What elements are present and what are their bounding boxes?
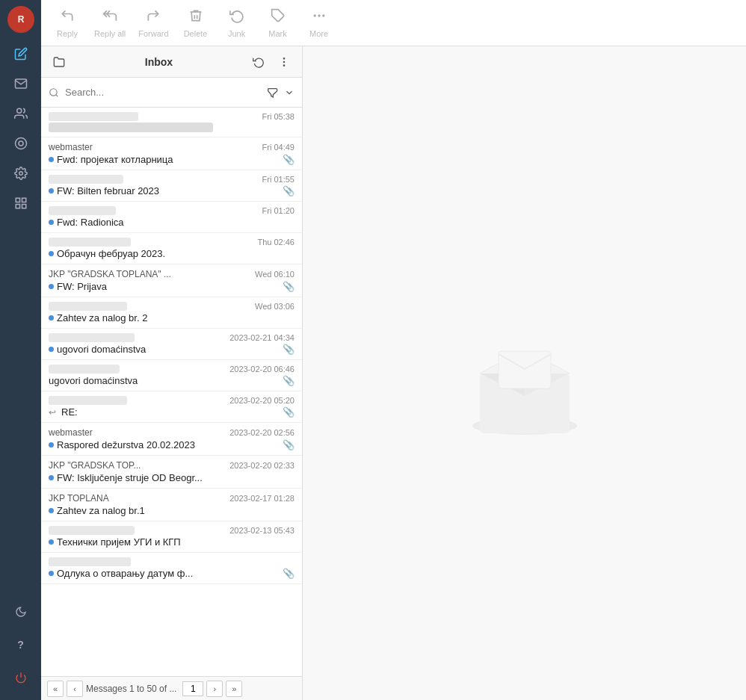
last-page-button[interactable]: » <box>226 681 242 697</box>
search-bar <box>41 78 302 108</box>
mark-button[interactable]: Mark <box>259 4 297 42</box>
attachment-icon: 📎 <box>283 281 295 292</box>
attachment-icon: 📎 <box>283 344 295 355</box>
email-sender <box>49 557 131 566</box>
body-area: Inbox <box>41 46 746 700</box>
svg-rect-8 <box>16 205 19 208</box>
unread-dot <box>49 251 54 256</box>
search-input[interactable] <box>65 87 260 98</box>
dark-mode-icon[interactable] <box>7 598 34 625</box>
apps-icon[interactable] <box>7 190 34 217</box>
unread-dot <box>49 315 54 320</box>
power-icon[interactable] <box>7 664 34 691</box>
email-date: 2023-02-21 04:34 <box>229 333 295 342</box>
first-page-button[interactable]: « <box>47 681 64 697</box>
list-item[interactable]: webmaster Fri 04:49 Fwd: пројекат котлар… <box>41 137 302 170</box>
reply-all-button[interactable]: Reply all <box>90 4 130 42</box>
empty-state-illustration <box>450 306 599 441</box>
list-item[interactable]: JKP "GRADSKA TOP... 2023-02-20 02:33 FW:… <box>41 456 302 489</box>
dropdown-chevron-icon[interactable] <box>284 87 295 98</box>
panel-title: Inbox <box>74 56 244 68</box>
list-item[interactable]: Thu 02:46 Обрачун фебруар 2023. <box>41 233 302 264</box>
more-label: More <box>309 29 328 38</box>
list-item[interactable]: Wed 03:06 Zahtev za nalog br. 2 <box>41 297 302 329</box>
list-item[interactable]: 2023-02-13 05:43 Технички пријем УГИ и К… <box>41 521 302 553</box>
inbox-icon[interactable] <box>7 70 34 97</box>
svg-point-17 <box>283 65 284 66</box>
attachment-icon: 📎 <box>283 568 295 579</box>
email-sender: JKP "GRADSKA TOPLANA" ... <box>49 269 171 279</box>
search-icon <box>49 87 59 98</box>
email-subject: Одлука о отварању датум ф... <box>57 568 280 579</box>
attachment-icon: 📎 <box>283 154 295 165</box>
refresh-button[interactable] <box>248 52 269 72</box>
junk-button[interactable]: Junk <box>218 4 256 42</box>
pagination-text: Messages 1 to 50 of ... <box>86 684 176 694</box>
mark-label: Mark <box>268 29 286 38</box>
email-sender <box>49 526 135 535</box>
svg-point-16 <box>283 61 284 62</box>
email-sender: webmaster <box>49 142 93 152</box>
unread-dot <box>49 284 54 289</box>
panel-folder-icon[interactable] <box>49 52 70 72</box>
list-item[interactable]: webmaster 2023-02-20 02:56 Raspored dežu… <box>41 423 302 456</box>
list-item[interactable]: Одлука о отварању датум ф... 📎 <box>41 553 302 584</box>
more-button[interactable]: More <box>300 4 338 42</box>
reply-arrow-icon: ↩ <box>49 407 56 418</box>
contacts-icon[interactable] <box>7 100 34 127</box>
svg-point-14 <box>323 15 324 16</box>
email-subject: Zahtev za nalog br. 2 <box>57 312 295 323</box>
unread-dot <box>49 508 54 513</box>
settings-icon[interactable] <box>7 160 34 187</box>
email-date: Fri 05:38 <box>262 112 295 121</box>
list-item[interactable]: JKP "GRADSKA TOPLANA" ... Wed 06:10 FW: … <box>41 264 302 297</box>
svg-rect-9 <box>22 205 25 208</box>
email-subject: FW: Isključenje struje OD Beogr... <box>57 472 295 483</box>
app-logo[interactable]: R <box>7 6 34 33</box>
email-subject: FW: Bilten februar 2023 <box>57 185 280 196</box>
unread-dot <box>49 571 54 576</box>
attachment-icon: 📎 <box>283 185 295 196</box>
list-item[interactable]: Fri 05:38 <box>41 108 302 137</box>
email-date: Fri 04:49 <box>262 143 295 152</box>
list-item[interactable]: JKP TOPLANA 2023-02-17 01:28 Zahtev za n… <box>41 489 302 521</box>
list-item[interactable]: Fri 01:20 Fwd: Radionica <box>41 202 302 233</box>
reply-button[interactable]: Reply <box>49 4 86 42</box>
compose-icon[interactable] <box>7 40 34 67</box>
reply-all-label: Reply all <box>94 29 126 38</box>
svg-line-19 <box>56 94 58 96</box>
list-item[interactable]: 2023-02-21 04:34 ugovori domaćinstva 📎 <box>41 329 302 360</box>
support-icon[interactable] <box>7 130 34 157</box>
unread-dot <box>49 475 54 480</box>
svg-point-2 <box>16 108 21 113</box>
email-sender <box>49 365 120 374</box>
email-sender <box>49 175 123 184</box>
unread-dot <box>49 220 54 225</box>
email-subject: ugovori domaćinstva <box>57 344 280 355</box>
page-number-input[interactable] <box>182 681 203 696</box>
email-list-panel: Inbox <box>41 46 303 700</box>
reply-icon <box>60 8 75 27</box>
panel-menu-button[interactable] <box>274 52 295 72</box>
email-date: 2023-02-20 06:46 <box>229 365 295 374</box>
sidebar: R <box>0 0 41 700</box>
attachment-icon: 📎 <box>283 439 295 450</box>
prev-page-button[interactable]: ‹ <box>67 681 83 697</box>
delete-button[interactable]: Delete <box>177 4 215 42</box>
email-subject: Zahtev za nalog br.1 <box>57 505 295 516</box>
svg-point-5 <box>19 172 22 176</box>
forward-button[interactable]: Forward <box>134 4 173 42</box>
help-icon[interactable]: ? <box>7 631 34 658</box>
next-page-button[interactable]: › <box>206 681 223 697</box>
mark-icon <box>271 8 286 27</box>
more-icon <box>312 8 327 27</box>
list-item[interactable]: 2023-02-20 06:46 ugovori domaćinstva 📎 <box>41 360 302 391</box>
list-item[interactable]: Fri 01:55 FW: Bilten februar 2023 📎 <box>41 170 302 202</box>
reply-label: Reply <box>57 29 78 38</box>
email-date: Wed 03:06 <box>255 302 295 311</box>
mail-filter-icon[interactable] <box>266 87 278 99</box>
reply-all-icon <box>102 8 117 27</box>
svg-rect-22 <box>499 351 551 388</box>
email-subject: Fwd: Radionica <box>57 217 295 228</box>
list-item[interactable]: 2023-02-20 05:20 ↩ RE: 📎 <box>41 391 302 423</box>
